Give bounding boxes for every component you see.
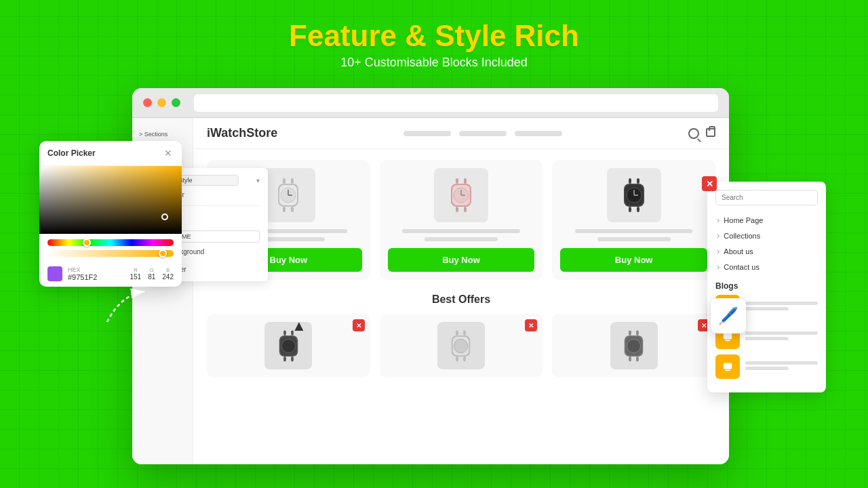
watch-svg-2 <box>441 175 481 216</box>
bag-icon[interactable] <box>706 128 715 137</box>
sidebar-close-button[interactable]: ✕ <box>702 176 717 191</box>
browser-toolbar <box>132 88 729 118</box>
store-icons <box>688 128 715 139</box>
sidebar-nav-collections[interactable]: Collections <box>715 228 818 243</box>
svg-rect-50 <box>724 333 732 340</box>
svg-rect-19 <box>637 178 639 184</box>
nav-item-3[interactable] <box>515 131 562 136</box>
sidebar-nav-contact[interactable]: Contact us <box>715 259 818 274</box>
blog-line-3b <box>745 367 789 370</box>
svg-rect-36 <box>456 357 459 361</box>
sidebar-nav-home[interactable]: Home Page <box>715 212 818 228</box>
dashed-arrow <box>100 281 155 329</box>
product-name-bar-2 <box>402 229 519 233</box>
buy-button-2[interactable]: Buy Now <box>388 248 535 272</box>
blog-lines-2 <box>745 331 818 342</box>
svg-rect-0 <box>283 178 285 184</box>
cursor-icon: ▲ <box>292 317 307 335</box>
rgb-b: B 242 <box>162 267 174 281</box>
product-image-3 <box>607 168 661 222</box>
blog-line-1a <box>745 302 818 305</box>
sidebar-item-sections[interactable]: > Sections <box>139 129 186 140</box>
store-main: iWatchStore <box>193 118 729 464</box>
product-name-bar-3 <box>575 229 692 233</box>
rgb-g: G 81 <box>148 267 155 281</box>
product-price-bar-3 <box>597 237 671 241</box>
browser-url-bar[interactable] <box>194 94 718 112</box>
blog-item-3 <box>715 354 818 379</box>
collections-label: Collections <box>724 232 760 240</box>
gradient-cursor[interactable] <box>161 214 168 220</box>
offer-watch-svg-3 <box>615 327 652 365</box>
sidebar-nav-about[interactable]: About us <box>715 243 818 259</box>
offers-grid: ✕ <box>207 314 715 378</box>
svg-rect-1 <box>291 178 294 184</box>
svg-rect-9 <box>456 178 458 184</box>
color-picker-header: Color Picker ✕ <box>39 141 182 166</box>
svg-rect-11 <box>456 207 458 212</box>
rgb-r: R 151 <box>130 267 142 281</box>
offer-card-2: ✕ <box>380 314 543 378</box>
opacity-thumb[interactable] <box>159 249 167 258</box>
svg-rect-42 <box>636 330 639 335</box>
offer-card-3: ✕ <box>552 314 715 378</box>
hex-label: HEX <box>68 266 97 273</box>
product-price-bar-2 <box>425 237 498 241</box>
color-picker-title: Color Picker <box>47 148 96 158</box>
dot-red[interactable] <box>143 98 152 107</box>
svg-rect-41 <box>629 330 631 335</box>
hue-slider[interactable] <box>47 239 174 246</box>
svg-point-33 <box>281 339 295 352</box>
select-arrow: ▾ <box>256 177 260 184</box>
svg-rect-20 <box>629 207 631 212</box>
watch-svg-1 <box>268 175 309 216</box>
sidebar-search-input[interactable] <box>715 190 818 205</box>
g-label: G <box>148 267 155 273</box>
svg-rect-18 <box>629 178 631 184</box>
best-offers-title: Best Offers <box>207 293 715 306</box>
offer-image-2 <box>437 322 485 369</box>
svg-rect-3 <box>291 207 294 212</box>
opacity-slider[interactable] <box>47 250 174 257</box>
hex-value[interactable]: #9751F2 <box>68 273 97 281</box>
store-nav <box>288 131 677 136</box>
dot-yellow[interactable] <box>157 98 166 107</box>
svg-rect-51 <box>725 340 730 342</box>
svg-rect-2 <box>283 207 285 212</box>
color-swatch[interactable] <box>47 266 62 281</box>
page-title: Feature & Style Rich <box>0 19 868 53</box>
hex-section: HEX #9751F2 <box>68 266 97 281</box>
color-gradient[interactable] <box>39 166 182 234</box>
title-part1: Feature & <box>289 19 435 52</box>
svg-rect-12 <box>464 207 467 212</box>
page-subtitle: 10+ Customisable Blocks Included <box>0 56 868 70</box>
svg-rect-10 <box>464 178 467 184</box>
svg-rect-30 <box>291 357 294 361</box>
b-value: 242 <box>162 273 174 281</box>
watch-svg-3 <box>614 175 654 216</box>
color-sliders <box>39 234 182 262</box>
b-label: B <box>162 267 174 273</box>
search-icon[interactable] <box>688 128 699 139</box>
svg-point-47 <box>627 339 641 352</box>
products-grid: Buy Now <box>207 160 715 280</box>
blog-lines-1 <box>745 302 818 312</box>
hue-thumb[interactable] <box>83 239 91 247</box>
offer-image-3 <box>610 322 658 369</box>
page-header: Feature & Style Rich 10+ Customisable Bl… <box>0 0 868 79</box>
close-button[interactable]: ✕ <box>163 148 174 159</box>
contact-label: Contact us <box>724 263 760 271</box>
nav-item-2[interactable] <box>459 131 507 136</box>
dot-green[interactable] <box>172 98 180 107</box>
nav-item-1[interactable] <box>403 131 451 136</box>
r-label: R <box>130 267 142 273</box>
product-card-3: Buy Now <box>552 160 715 280</box>
buy-button-3[interactable]: Buy Now <box>560 248 707 272</box>
svg-rect-43 <box>629 357 631 361</box>
product-image-2 <box>434 168 488 222</box>
svg-rect-21 <box>637 207 639 212</box>
svg-rect-34 <box>456 330 459 335</box>
about-label: About us <box>724 247 753 256</box>
svg-point-40 <box>454 339 468 352</box>
blog-line-2a <box>745 331 818 335</box>
